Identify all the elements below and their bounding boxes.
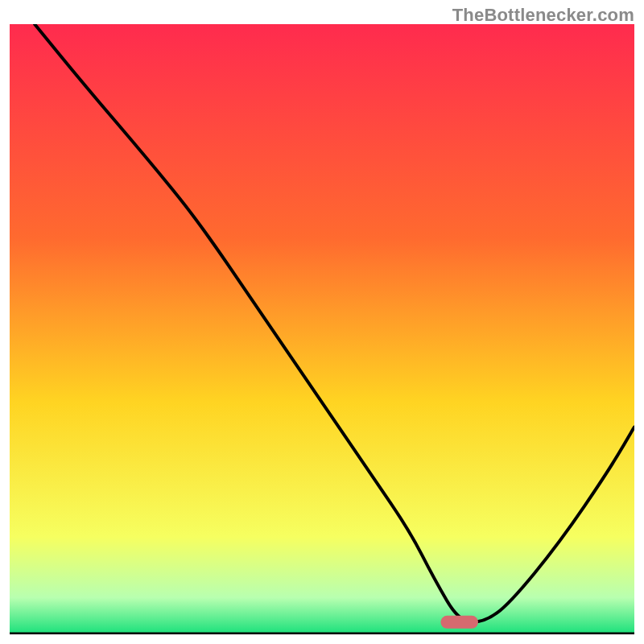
gradient-background [10, 24, 634, 634]
attribution-label: TheBottlenecker.com [452, 5, 634, 26]
chart-svg [10, 24, 634, 634]
optimal-marker [440, 616, 478, 629]
chart-container: TheBottlenecker.com [0, 0, 644, 644]
plot-area [10, 24, 634, 634]
